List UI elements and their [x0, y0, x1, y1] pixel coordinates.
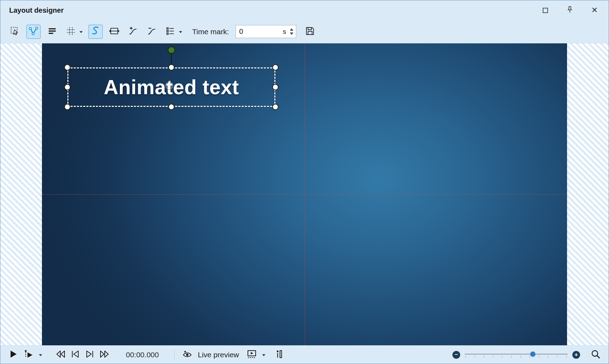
time-mark-spinner [289, 25, 296, 38]
keyframe-list-split-button [163, 25, 183, 39]
align-lines-button[interactable] [45, 25, 59, 39]
zoom-in-button[interactable]: + [572, 351, 580, 359]
previous-frame-button[interactable] [69, 348, 81, 362]
resize-handle-bottom-left[interactable] [64, 104, 71, 110]
window-controls: ✕ [540, 5, 599, 15]
next-frame-button[interactable] [84, 348, 96, 362]
smooth-curve-icon [90, 26, 101, 38]
grid-split-button [64, 25, 84, 39]
maximize-icon [543, 8, 548, 13]
curve-add-button[interactable] [126, 25, 140, 39]
curve-add-icon [128, 26, 138, 37]
play-from-marker-icon [23, 349, 34, 360]
resize-handle-bottom-middle[interactable] [168, 104, 175, 110]
zoom-controls: − + [452, 348, 602, 362]
titlebar: Layout designer ✕ [0, 0, 609, 20]
select-tool-button[interactable] [8, 25, 22, 39]
spinner-down-icon[interactable] [290, 32, 293, 35]
pin-icon [566, 5, 574, 15]
keyframe-list-button[interactable] [163, 25, 177, 39]
resize-handle-middle-left[interactable] [64, 84, 71, 90]
chevron-down-icon [262, 352, 266, 358]
close-icon: ✕ [591, 6, 598, 14]
live-preview-label: Live preview [198, 351, 239, 359]
align-lines-icon [47, 26, 57, 37]
save-icon [305, 26, 315, 37]
pin-button[interactable] [565, 5, 575, 15]
stage-background: Animated text [0, 43, 609, 345]
preview-monitor-icon [246, 349, 257, 360]
curve-remove-icon [147, 26, 157, 37]
chevron-down-icon [79, 29, 83, 35]
magnifier-icon [590, 349, 601, 361]
close-button[interactable]: ✕ [590, 5, 599, 15]
layout-designer-window: Layout designer ✕ [0, 0, 609, 364]
zoom-out-button[interactable]: − [452, 351, 460, 359]
spinner-up-icon[interactable] [290, 28, 293, 31]
zoom-slider-ticks [465, 356, 568, 358]
eye-icon [182, 349, 193, 360]
time-mark-field: s [236, 25, 296, 38]
transform-frame-icon [109, 26, 120, 37]
chevron-down-icon [38, 352, 43, 358]
grid-options-chevron[interactable] [78, 25, 84, 39]
time-mark-unit: s [283, 28, 286, 36]
select-tool-icon [10, 26, 20, 37]
toolbar: Time mark: s [0, 20, 609, 43]
text-selection[interactable]: Animated text [67, 67, 275, 107]
grid-button[interactable] [64, 25, 78, 39]
layout-columns-icon [275, 349, 283, 360]
keyframe-list-chevron[interactable] [178, 25, 183, 39]
transform-frame-button[interactable] [107, 25, 121, 39]
skip-to-end-button[interactable] [99, 348, 111, 362]
edit-path-icon [29, 26, 38, 37]
play-options-chevron[interactable] [38, 348, 43, 362]
skip-to-start-icon [55, 350, 66, 360]
previous-frame-icon [70, 350, 80, 360]
grid-icon [66, 26, 76, 37]
smooth-curve-button[interactable] [89, 25, 103, 39]
play-button[interactable] [7, 348, 19, 362]
design-canvas[interactable]: Animated text [42, 43, 567, 345]
window-title: Layout designer [9, 6, 63, 14]
curve-remove-button[interactable] [145, 25, 159, 39]
skip-to-end-icon [99, 350, 110, 360]
resize-handle-middle-right[interactable] [272, 84, 279, 90]
preview-monitor-chevron[interactable] [261, 348, 267, 362]
resize-handle-top-left[interactable] [64, 64, 71, 71]
time-display: 00:00.000 [126, 351, 164, 359]
time-mark-input[interactable] [236, 28, 281, 36]
next-frame-icon [85, 350, 95, 360]
zoom-slider-track[interactable] [465, 354, 568, 354]
zoom-slider[interactable] [465, 350, 568, 359]
zoom-fit-button[interactable] [590, 348, 602, 362]
center-pivot-handle[interactable] [165, 81, 173, 90]
resize-handle-top-middle[interactable] [168, 64, 175, 71]
transport-controls [54, 348, 111, 362]
playback-bar: 00:00.000 Live preview − [0, 345, 609, 364]
zoom-slider-thumb[interactable] [530, 351, 535, 357]
chevron-down-icon [178, 29, 183, 35]
resize-handle-top-right[interactable] [272, 64, 279, 71]
maximize-button[interactable] [540, 5, 550, 15]
rotation-handle[interactable] [168, 47, 175, 54]
edit-path-button[interactable] [26, 25, 41, 39]
live-preview-toggle[interactable] [181, 348, 193, 362]
center-guide-horizontal [42, 194, 567, 195]
resize-handle-bottom-right[interactable] [272, 104, 279, 110]
separator [174, 350, 175, 360]
layout-columns-button[interactable] [273, 348, 285, 362]
time-mark-label: Time mark: [192, 28, 229, 36]
preview-monitor-button[interactable] [246, 348, 258, 362]
skip-to-start-button[interactable] [54, 348, 66, 362]
keyframe-list-icon [165, 26, 175, 37]
play-icon [9, 349, 18, 360]
save-button[interactable] [303, 25, 317, 39]
play-from-marker-button[interactable] [23, 348, 35, 362]
